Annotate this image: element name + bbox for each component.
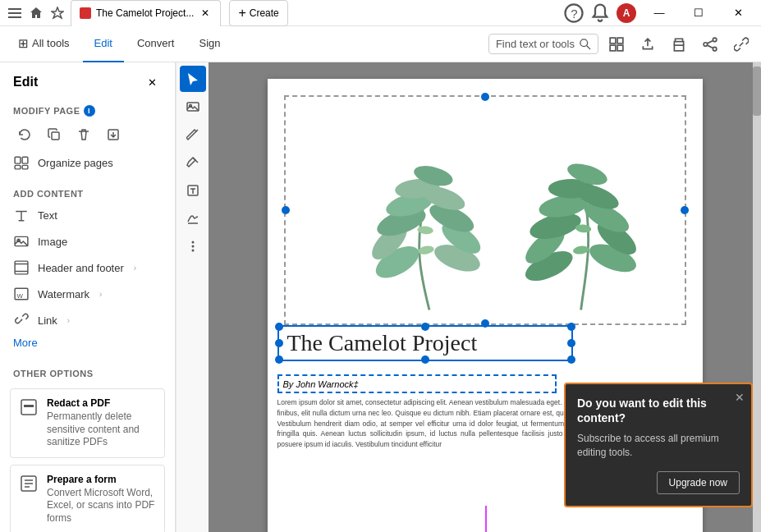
botanical-image: [286, 99, 685, 321]
popup-title: Do you want to edit this content?: [577, 396, 740, 425]
tab-convert[interactable]: Convert: [126, 26, 186, 62]
main-content: Edit ✕ MODIFY PAGE i Organiz: [0, 62, 761, 532]
prepare-form-card[interactable]: Prepare a form Convert Microsoft Word, E…: [10, 465, 165, 532]
selection-handle-top[interactable]: [481, 93, 489, 101]
selection-handle-right[interactable]: [681, 206, 689, 214]
toolbar-tabs: ⊞ All tools Edit Convert Sign: [7, 26, 232, 62]
author-box[interactable]: By John Warnock‡: [277, 374, 557, 393]
star-icon[interactable]: [49, 5, 66, 21]
signature-tool-button[interactable]: [180, 205, 206, 232]
header-footer-label: Header and footer: [38, 262, 124, 274]
new-tab-button[interactable]: + Create: [229, 0, 287, 26]
titlebar-left: The Camelot Project... ✕ + Create: [7, 0, 288, 26]
more-link[interactable]: More: [0, 333, 175, 355]
text-icon: [13, 207, 30, 223]
organize-pages-item[interactable]: Organize pages: [0, 149, 175, 176]
undo-icon[interactable]: [13, 123, 36, 146]
titlebar: The Camelot Project... ✕ + Create ? A — …: [0, 0, 761, 26]
svg-rect-35: [24, 405, 34, 407]
extract-icon[interactable]: [102, 123, 125, 146]
more-tools-button[interactable]: [180, 233, 206, 259]
left-panel: Edit ✕ MODIFY PAGE i Organiz: [0, 62, 176, 532]
handle-tc[interactable]: [421, 323, 429, 331]
print-icon[interactable]: [666, 31, 692, 57]
add-content-section-label: ADD CONTENT: [0, 182, 175, 202]
scroll-thumb[interactable]: [753, 66, 761, 116]
scroll-track[interactable]: [753, 62, 761, 532]
handle-rc[interactable]: [567, 339, 575, 347]
watermark-item[interactable]: W Watermark ›: [0, 281, 175, 307]
image-item[interactable]: Image: [0, 228, 175, 255]
svg-marker-3: [52, 7, 63, 18]
handle-lc[interactable]: [275, 339, 283, 347]
hamburger-menu-icon[interactable]: [7, 5, 23, 21]
upload-icon[interactable]: [635, 31, 661, 57]
delete-icon[interactable]: [72, 123, 95, 146]
text-item[interactable]: Text: [0, 202, 175, 228]
tab-all-tools[interactable]: ⊞ All tools: [7, 26, 81, 62]
svg-rect-9: [617, 38, 623, 44]
tab-title: The Camelot Project...: [96, 7, 194, 19]
select-tool-button[interactable]: [180, 66, 206, 92]
search-box[interactable]: Find text or tools: [488, 34, 598, 54]
tab-sign[interactable]: Sign: [187, 26, 232, 62]
avatar[interactable]: A: [617, 3, 636, 23]
svg-rect-22: [15, 165, 21, 169]
tab-close-button[interactable]: ✕: [199, 7, 212, 20]
image-tool-button[interactable]: [180, 94, 206, 120]
svg-rect-20: [15, 157, 21, 163]
home-icon[interactable]: [28, 5, 44, 21]
modify-icons: [0, 120, 175, 149]
popup-close-button[interactable]: ✕: [735, 391, 745, 404]
copy-icon[interactable]: [43, 123, 66, 146]
handle-br[interactable]: [567, 355, 575, 364]
view-mode-icon[interactable]: [603, 31, 630, 57]
handle-tr[interactable]: [567, 323, 575, 331]
handle-bc[interactable]: [421, 355, 429, 364]
tab-edit[interactable]: Edit: [83, 26, 124, 62]
notifications-icon[interactable]: [590, 3, 610, 23]
svg-line-17: [708, 45, 713, 48]
accent-line: [485, 506, 487, 532]
redact-desc: Permanently delete sensitive content and…: [47, 410, 156, 449]
edit-label: Edit: [94, 37, 112, 49]
active-tab[interactable]: The Camelot Project... ✕: [71, 0, 221, 26]
watermark-icon: W: [13, 286, 30, 302]
draw-tool-button[interactable]: [180, 122, 206, 148]
svg-rect-10: [610, 45, 616, 51]
watermark-label: Watermark: [38, 288, 89, 300]
selection-handle-left[interactable]: [282, 206, 290, 214]
svg-point-48: [191, 245, 194, 248]
svg-point-15: [713, 47, 717, 51]
title-selection-box[interactable]: The Camelot Project: [277, 325, 573, 361]
help-icon[interactable]: ?: [564, 3, 584, 23]
panel-close-button[interactable]: ✕: [142, 72, 162, 92]
other-options-label: OTHER OPTIONS: [0, 362, 175, 382]
svg-rect-23: [22, 165, 28, 169]
titlebar-right: ? A — ☐ ✕: [564, 0, 754, 26]
upgrade-button[interactable]: Upgrade now: [657, 471, 740, 494]
eraser-tool-button[interactable]: [180, 149, 206, 176]
redact-pdf-card[interactable]: Redact a PDF Permanently delete sensitiv…: [10, 388, 165, 458]
handle-tl[interactable]: [275, 323, 283, 331]
link-icon[interactable]: [728, 31, 754, 57]
svg-point-14: [713, 38, 717, 42]
all-tools-label: All tools: [32, 37, 70, 49]
minimize-button[interactable]: —: [643, 0, 676, 26]
close-button[interactable]: ✕: [722, 0, 754, 26]
panel-header: Edit ✕: [0, 62, 175, 99]
handle-bl[interactable]: [275, 355, 283, 364]
link-label: Link: [38, 314, 57, 327]
svg-rect-0: [8, 8, 21, 10]
text-edit-tool-button[interactable]: [180, 177, 206, 204]
link-item[interactable]: Link ›: [0, 307, 175, 333]
redact-icon: [19, 397, 39, 417]
share-icon[interactable]: [697, 31, 723, 57]
image-selection-box[interactable]: [284, 95, 686, 325]
page-title: The Camelot Project: [287, 330, 478, 355]
svg-point-13: [704, 42, 708, 46]
canvas-area[interactable]: The Camelot Project By John Warnock‡ Lor…: [209, 62, 761, 532]
header-footer-item[interactable]: Header and footer ›: [0, 255, 175, 281]
panel-title: Edit: [13, 75, 38, 89]
maximize-button[interactable]: ☐: [682, 0, 715, 26]
